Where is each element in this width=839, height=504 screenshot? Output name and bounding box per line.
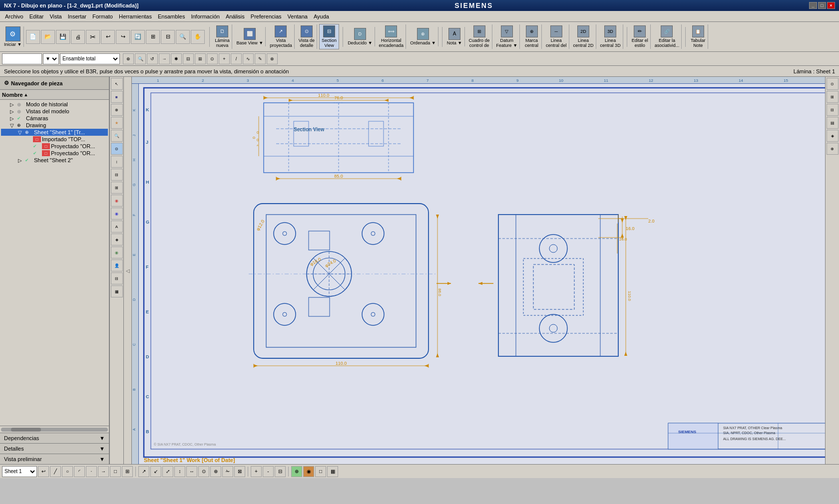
bb-tool8[interactable]: ✁ xyxy=(222,466,233,477)
horizontal-encadenada-group[interactable]: ⟺ Horizontalencadenada xyxy=(377,24,407,49)
nota-group[interactable]: A Nota ▼ xyxy=(445,27,465,47)
new-button[interactable]: 📄 xyxy=(26,30,40,44)
bb-tool9[interactable]: ⊠ xyxy=(234,466,245,477)
bb-snap1[interactable]: ⊕ xyxy=(291,466,302,477)
vtb-tool8[interactable]: ⊞ xyxy=(111,182,123,194)
bb-tool3[interactable]: ⤢ xyxy=(162,466,173,477)
menu-formato[interactable]: Formato xyxy=(89,12,116,20)
rvtb-btn4[interactable]: ▤ xyxy=(827,117,839,129)
linea-central-del-group[interactable]: ─ Lineacentral del xyxy=(544,24,569,49)
bb-arc[interactable]: ◜ xyxy=(74,466,85,477)
tree-item-proyectado1[interactable]: ✔ □ Proyectado "OR... xyxy=(1,143,108,150)
window-buttons[interactable]: _ □ × xyxy=(809,2,835,9)
menu-informacion[interactable]: Información xyxy=(188,12,222,20)
bb-arrow[interactable]: → xyxy=(98,466,109,477)
rvtb-btn1[interactable]: ⊙ xyxy=(827,78,839,90)
vtb-tool12[interactable]: ◈ xyxy=(111,234,123,246)
menu-analisis[interactable]: Análisis xyxy=(223,12,248,20)
menu-ensambles[interactable]: Ensambles xyxy=(155,12,188,20)
tb2-btn13[interactable]: ⊗ xyxy=(267,53,278,64)
rvtb-btn5[interactable]: ◈ xyxy=(827,130,839,142)
tree-item-drawing[interactable]: ▽ ⊕ Drawing xyxy=(1,122,108,129)
tb2-btn2[interactable]: 🔍 xyxy=(135,53,146,64)
tabular-note-group[interactable]: 📋 TabularNote xyxy=(688,24,708,49)
menu-vista[interactable]: Vista xyxy=(46,12,64,20)
bb-zoom-fit[interactable]: ⊟ xyxy=(275,466,286,477)
rvtb-btn6[interactable]: ⊕ xyxy=(827,143,839,155)
editar-asociatividad-group[interactable]: 🔗 Editar laasociativid... xyxy=(653,24,682,49)
vista-proyectada-group[interactable]: ↗ Vistaproyectada xyxy=(268,24,295,49)
menu-editar[interactable]: Editar xyxy=(26,12,47,20)
editar-estilo-group[interactable]: ✏ Editar elestilo xyxy=(630,24,651,49)
deducido-group[interactable]: D Deducido ▼ xyxy=(346,27,375,47)
rotate-button[interactable]: 🔄 xyxy=(131,30,145,44)
undo-button[interactable]: ↩ xyxy=(101,30,115,44)
tree-item-sheet1[interactable]: ▽ ⊕ Sheet "Sheet 1" [Tr... xyxy=(1,129,108,136)
menu-archivo[interactable]: Archivo xyxy=(2,12,26,20)
tb2-btn11[interactable]: ∿ xyxy=(243,53,254,64)
ordenada-group[interactable]: ⊕ Ordenada ▼ xyxy=(408,27,438,47)
tree-item-vistas-modelo[interactable]: ▷ ⊕ Vistas del modelo xyxy=(1,108,108,115)
minimize-button[interactable]: _ xyxy=(809,2,817,9)
sheet-selector[interactable]: Sheet 1 xyxy=(2,466,37,477)
bb-snap3[interactable]: □ xyxy=(315,466,326,477)
bb-rect[interactable]: □ xyxy=(110,466,121,477)
vtb-tool16[interactable]: ▦ xyxy=(111,285,123,297)
menu-ventana[interactable]: Ventana xyxy=(285,12,311,20)
tb2-btn5[interactable]: ✱ xyxy=(171,53,182,64)
linea-central-2d-group[interactable]: 2D Lineacentral 2D xyxy=(571,24,596,49)
bb-undo[interactable]: ↩ xyxy=(38,466,49,477)
detalles-section[interactable]: Detalles ▼ xyxy=(0,443,109,454)
bb-line[interactable]: ╱ xyxy=(50,466,61,477)
vtb-tool7[interactable]: ⊟ xyxy=(111,169,123,181)
bb-measure[interactable]: ⊞ xyxy=(122,466,133,477)
tb2-btn8[interactable]: ⊙ xyxy=(207,53,218,64)
vtb-tool1[interactable]: ■ xyxy=(111,91,123,103)
tb2-btn1[interactable]: ⊕ xyxy=(123,53,134,64)
menu-ayuda[interactable]: Ayuda xyxy=(311,12,332,20)
iniciar-button[interactable]: ⚙ Iniciar ▼ xyxy=(2,26,24,47)
vtb-tool6[interactable]: ↕ xyxy=(111,156,123,168)
bb-tool2[interactable]: ↙ xyxy=(150,466,161,477)
base-view-group[interactable]: ⬜ Base View ▼ xyxy=(234,27,266,47)
tb2-btn6[interactable]: ⊟ xyxy=(183,53,194,64)
bb-circle[interactable]: ○ xyxy=(62,466,73,477)
tree-item-importado[interactable]: □ Importado "TOP... xyxy=(1,136,108,143)
vtb-tool15[interactable]: ⊟ xyxy=(111,272,123,284)
bb-zoom-out[interactable]: - xyxy=(263,466,274,477)
tree-item-historial[interactable]: ▷ ⊕ Modo de historial xyxy=(1,101,108,108)
dependencias-section[interactable]: Dependencias ▼ xyxy=(0,433,109,443)
vtb-select[interactable]: ↖ xyxy=(111,78,123,90)
vtb-tool5[interactable]: ⊙ xyxy=(111,143,123,155)
pan-button[interactable]: ✋ xyxy=(191,30,205,44)
vtb-tool11[interactable]: A xyxy=(111,221,123,233)
bb-tool7[interactable]: ⊕ xyxy=(210,466,221,477)
vtb-tool4[interactable]: 🔍 xyxy=(111,130,123,142)
lamina-nueva-group[interactable]: 🗋 Láminanueva xyxy=(212,24,232,49)
tree-item-sheet2[interactable]: ▷ ✔ Sheet "Sheet 2" xyxy=(1,157,108,164)
vtb-tool10[interactable]: ◉ xyxy=(111,208,123,220)
bb-tool5[interactable]: ↔ xyxy=(186,466,197,477)
vtb-tool14[interactable]: 👤 xyxy=(111,259,123,271)
redo-button[interactable]: ↪ xyxy=(116,30,130,44)
open-button[interactable]: 📂 xyxy=(41,30,55,44)
bb-tool6[interactable]: ⊙ xyxy=(198,466,209,477)
marca-central-group[interactable]: ⊕ Marcacentral xyxy=(522,24,542,49)
linea-central-3d-group[interactable]: 3D Lineacentral 3D xyxy=(598,24,623,49)
rvtb-btn3[interactable]: ⊟ xyxy=(827,104,839,116)
bb-snap2[interactable]: ◉ xyxy=(303,466,314,477)
ensamble-select[interactable]: Ensamble total xyxy=(60,53,120,64)
tb2-btn10[interactable]: / xyxy=(231,53,242,64)
tb2-btn7[interactable]: ⊞ xyxy=(195,53,206,64)
bb-tool1[interactable]: ↗ xyxy=(138,466,149,477)
menu-insertar[interactable]: Insertar xyxy=(65,12,89,20)
bb-snap4[interactable]: ▦ xyxy=(327,466,338,477)
vtb-tool3[interactable]: ★ xyxy=(111,117,123,129)
tree-item-camaras[interactable]: ▷ ✔ Cámaras xyxy=(1,115,108,122)
cut-button[interactable]: ✂ xyxy=(86,30,100,44)
save-button[interactable]: 💾 xyxy=(56,30,70,44)
tb2-btn12[interactable]: ✎ xyxy=(255,53,266,64)
tree-item-proyectado2[interactable]: ✔ □ Proyectado "OR... xyxy=(1,150,108,157)
collapse-panel-button[interactable]: ◁ xyxy=(124,77,132,464)
vtb-tool9[interactable]: ◉ xyxy=(111,195,123,207)
